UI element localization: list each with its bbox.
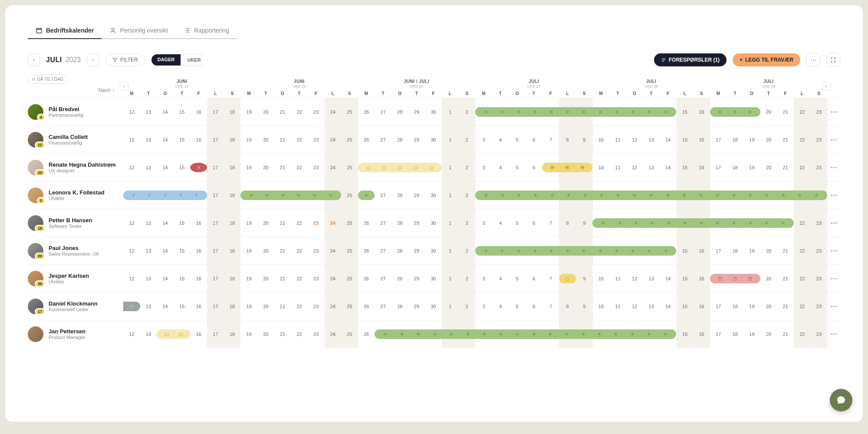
day-cell[interactable]: 3 (475, 209, 492, 237)
absence-bar[interactable] (157, 329, 190, 339)
day-cell[interactable]: 12 (123, 237, 140, 264)
row-more-button[interactable]: ⋯ (827, 163, 840, 171)
absence-bar[interactable] (375, 329, 676, 339)
day-cell[interactable]: 16 (693, 265, 710, 292)
day-cell[interactable]: 1 (442, 209, 459, 237)
day-cell[interactable]: 19 (743, 154, 760, 181)
day-cell[interactable]: 6 (526, 154, 542, 181)
day-cell[interactable]: 1 (442, 181, 459, 209)
day-cell[interactable]: 2 (459, 209, 476, 237)
day-cell[interactable]: 14 (660, 265, 677, 292)
person-cell[interactable]: 20Renate Hegna DahlstrømUX designer (28, 160, 123, 175)
day-cell[interactable]: 19 (240, 209, 257, 237)
day-cell[interactable]: 27 (375, 209, 391, 237)
row-more-button[interactable]: ⋯ (827, 191, 840, 199)
day-cell[interactable]: 19 (240, 265, 257, 292)
day-cell[interactable]: 4 (492, 154, 509, 181)
day-cell[interactable]: 20 (760, 126, 777, 153)
day-cell[interactable]: 17 (207, 98, 224, 125)
day-cell[interactable]: 2 (459, 98, 476, 125)
day-cell[interactable]: 26 (358, 126, 375, 153)
day-cell[interactable]: 27 (375, 265, 391, 292)
day-cell[interactable]: 19 (240, 154, 257, 181)
day-cell[interactable]: 25 (341, 293, 358, 320)
day-cell[interactable]: 17 (207, 126, 224, 153)
day-cell[interactable]: 10 (593, 293, 610, 320)
day-cell[interactable]: 19 (743, 237, 760, 264)
absence-bar[interactable] (190, 163, 207, 172)
day-cell[interactable]: 11 (609, 154, 626, 181)
day-cell[interactable]: 25 (341, 126, 358, 153)
day-cell[interactable]: 2 (459, 265, 476, 292)
day-cell[interactable]: 15 (174, 98, 191, 125)
day-cell[interactable]: 16 (693, 154, 710, 181)
day-cell[interactable]: 14 (660, 154, 677, 181)
absence-bar[interactable] (123, 302, 140, 311)
day-cell[interactable]: 25 (341, 181, 358, 209)
day-cell[interactable]: 5 (509, 265, 526, 292)
day-cell[interactable]: 18 (224, 265, 241, 292)
day-cell[interactable]: 28 (391, 293, 408, 320)
day-cell[interactable]: 25 (341, 265, 358, 292)
day-cell[interactable]: 16 (191, 209, 207, 237)
absence-bar[interactable] (592, 218, 793, 228)
day-cell[interactable]: 30 (425, 265, 442, 292)
day-cell[interactable]: 16 (693, 293, 710, 320)
day-cell[interactable]: 9 (576, 126, 593, 153)
day-cell[interactable]: 21 (274, 293, 291, 320)
day-cell[interactable]: 20 (257, 293, 274, 320)
day-cell[interactable]: 2 (459, 154, 476, 181)
row-more-button[interactable]: ⋯ (827, 274, 840, 283)
day-cell[interactable]: 12 (123, 209, 140, 237)
day-cell[interactable]: 15 (174, 154, 191, 181)
day-cell[interactable]: 21 (777, 265, 794, 292)
day-cell[interactable]: 10 (593, 265, 610, 292)
day-cell[interactable]: 18 (727, 293, 744, 320)
day-cell[interactable]: 14 (660, 126, 677, 153)
day-cell[interactable]: 30 (425, 98, 442, 125)
day-cell[interactable]: 26 (358, 293, 375, 320)
day-cell[interactable]: 19 (743, 320, 760, 348)
day-cell[interactable]: 17 (207, 320, 224, 348)
day-cell[interactable]: 28 (391, 181, 408, 209)
day-cell[interactable]: 26 (358, 237, 375, 264)
day-cell[interactable]: 1 (442, 154, 459, 181)
day-cell[interactable]: 28 (391, 265, 408, 292)
day-cell[interactable]: 7 (542, 209, 559, 237)
person-cell[interactable]: 0Leonora K. FollestadUtvikler (28, 187, 123, 203)
day-cell[interactable]: 23 (811, 126, 828, 153)
day-cell[interactable]: 17 (710, 237, 727, 264)
toggle-weeks[interactable]: UKER (181, 54, 207, 66)
day-cell[interactable]: 14 (157, 126, 174, 153)
day-cell[interactable]: 4 (492, 265, 509, 292)
day-cell[interactable]: 23 (811, 237, 828, 264)
day-cell[interactable]: 27 (375, 126, 391, 153)
absence-bar[interactable] (542, 163, 592, 172)
person-cell[interactable]: 17Daniel KlockmannKommersiell Leder (28, 299, 123, 314)
day-cell[interactable]: 19 (240, 126, 257, 153)
absence-bar[interactable] (358, 191, 375, 200)
day-cell[interactable]: 20 (257, 320, 274, 348)
day-cell[interactable]: 8 (559, 293, 576, 320)
day-cell[interactable]: 30 (425, 126, 442, 153)
day-cell[interactable]: 6 (526, 209, 542, 237)
day-cell[interactable]: 28 (391, 237, 408, 264)
day-cell[interactable]: 12 (123, 265, 140, 292)
day-cell[interactable]: 29 (408, 126, 425, 153)
day-cell[interactable]: 4 (492, 293, 509, 320)
day-cell[interactable]: 18 (224, 126, 241, 153)
day-cell[interactable]: 21 (274, 154, 291, 181)
day-cell[interactable]: 3 (475, 154, 492, 181)
day-cell[interactable]: 17 (207, 265, 224, 292)
day-cell[interactable]: 21 (274, 209, 291, 237)
day-cell[interactable]: 26 (358, 209, 375, 237)
day-cell[interactable]: 13 (140, 293, 157, 320)
add-absence-button[interactable]: +LEGG TIL FRAVÆR (733, 53, 800, 66)
day-cell[interactable]: 27 (375, 237, 391, 264)
day-cell[interactable]: 6 (526, 265, 542, 292)
day-cell[interactable]: 30 (425, 209, 442, 237)
day-cell[interactable]: 15 (677, 98, 694, 125)
day-cell[interactable]: 15 (677, 126, 694, 153)
row-more-button[interactable]: ⋯ (827, 330, 840, 338)
day-cell[interactable]: 22 (291, 154, 308, 181)
